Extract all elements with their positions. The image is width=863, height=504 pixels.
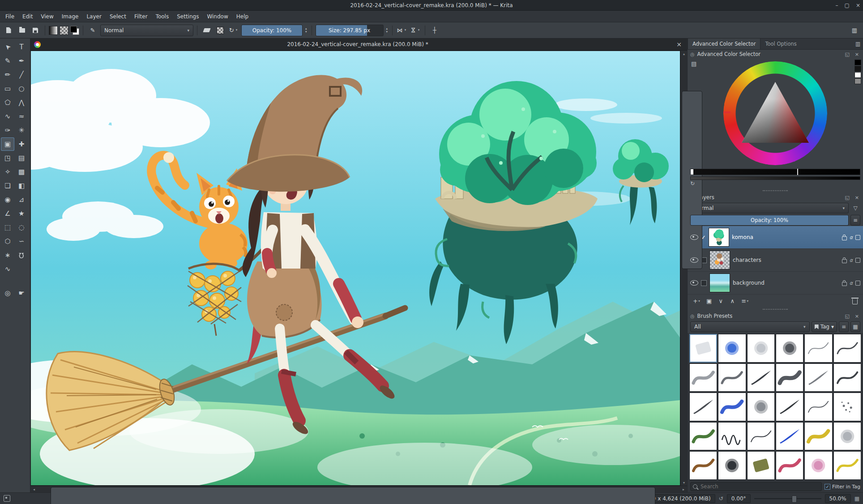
horizontal-scrollbar[interactable]: ◂ ▸: [30, 486, 687, 492]
menu-help[interactable]: Help: [233, 12, 252, 21]
zoom-slider[interactable]: [754, 495, 821, 502]
vertical-scroll-track[interactable]: [681, 57, 687, 479]
zoom-level-value[interactable]: 50.0%: [825, 494, 851, 503]
pattern-edit-tool[interactable]: ▩: [15, 165, 28, 179]
layer-options-icon[interactable]: ≡: [850, 215, 860, 226]
add-layer-button[interactable]: +▾: [690, 296, 703, 306]
close-docker-icon[interactable]: ×: [854, 195, 860, 201]
visibility-eye-icon[interactable]: [690, 257, 698, 263]
opacity-spinner[interactable]: ▴▾: [304, 27, 308, 34]
close-docker-icon[interactable]: ×: [854, 313, 860, 319]
layer-style-icon[interactable]: [855, 235, 860, 240]
layer-opacity-slider[interactable]: Opacity: 100%: [690, 215, 849, 226]
gradient-chooser[interactable]: [49, 26, 58, 35]
brush-preset-10[interactable]: [804, 363, 832, 392]
choose-workspace-button[interactable]: ▥: [849, 25, 860, 36]
brush-preset-29[interactable]: [833, 451, 861, 480]
layer-properties-button[interactable]: ≡▾: [739, 296, 751, 306]
visibility-eye-icon[interactable]: [690, 280, 698, 286]
horizontal-scroll-thumb[interactable]: [51, 487, 655, 504]
menu-image[interactable]: Image: [58, 12, 82, 21]
brush-preset-13[interactable]: [718, 393, 746, 421]
brush-preset-15[interactable]: [776, 393, 803, 421]
close-docker-icon[interactable]: ×: [854, 51, 860, 57]
tag-button[interactable]: Tag ▾: [812, 321, 837, 332]
brush-preset-26[interactable]: [747, 451, 775, 480]
line-tool[interactable]: ╱: [15, 68, 28, 81]
move-layer-up-button[interactable]: ∧: [727, 296, 738, 306]
brush-preset-18[interactable]: [689, 422, 717, 451]
alpha-lock-icon[interactable]: α: [850, 235, 853, 240]
crop-tool[interactable]: ◳: [1, 151, 14, 165]
freehand-path-tool[interactable]: ≈: [15, 110, 28, 123]
brush-preset-22[interactable]: [804, 422, 832, 451]
bezier-select-tool[interactable]: ∿: [1, 262, 14, 276]
scroll-up-icon[interactable]: ▴: [681, 51, 687, 57]
menu-window[interactable]: Window: [203, 12, 231, 21]
text-tool[interactable]: T: [15, 40, 28, 54]
docker-splitter[interactable]: [688, 188, 863, 193]
docker-splitter[interactable]: [688, 307, 863, 312]
menu-view[interactable]: View: [37, 12, 57, 21]
float-docker-icon[interactable]: ◱: [843, 51, 850, 57]
menu-filter[interactable]: Filter: [131, 12, 151, 21]
filter-in-tag-toggle[interactable]: ✓ Filter in Tag: [825, 484, 860, 490]
pan-tool[interactable]: ☛: [15, 286, 28, 300]
open-document-button[interactable]: [16, 25, 28, 36]
brush-preset-19[interactable]: [718, 422, 746, 451]
brush-preset-16[interactable]: [804, 393, 832, 421]
duplicate-layer-button[interactable]: ▣: [704, 296, 714, 306]
brush-preset-14[interactable]: [747, 393, 775, 421]
checkbox-checked-icon[interactable]: ✓: [825, 484, 830, 490]
scroll-left-icon[interactable]: ◂: [30, 487, 38, 491]
brush-preset-23[interactable]: [833, 422, 861, 451]
refresh-colors-icon[interactable]: ↻: [690, 180, 695, 187]
mirror-horizontal-button[interactable]: ⋈▾: [396, 25, 408, 36]
trim-to-image-button[interactable]: ┼: [429, 25, 440, 36]
ellipse-select-tool[interactable]: ◌: [15, 221, 28, 234]
rotation-angle-value[interactable]: 0.00°: [727, 494, 751, 503]
lock-icon[interactable]: [842, 259, 847, 263]
lightness-slider[interactable]: [690, 169, 860, 175]
selection-display-icon[interactable]: [4, 495, 10, 502]
document-close-icon[interactable]: ×: [675, 41, 684, 48]
brush-preset-4[interactable]: [804, 334, 832, 363]
visibility-eye-icon[interactable]: [690, 235, 698, 240]
brush-preset-3[interactable]: [776, 334, 803, 363]
calligraphy-tool[interactable]: ✒: [15, 54, 28, 68]
secondary-slider[interactable]: [690, 176, 860, 180]
preserve-alpha-button[interactable]: [214, 25, 226, 36]
similar-select-tool[interactable]: ∗: [1, 248, 14, 262]
tab-advanced-color-selector[interactable]: Advanced Color Selector: [688, 38, 760, 49]
close-icon[interactable]: ×: [856, 2, 860, 9]
brush-preset-11[interactable]: [833, 363, 861, 392]
acs-settings-icon[interactable]: ▤: [691, 60, 696, 67]
new-document-button[interactable]: [3, 25, 14, 36]
foreground-color[interactable]: [70, 26, 77, 33]
alpha-lock-icon[interactable]: α: [850, 280, 853, 286]
color-sampler-tool[interactable]: ✧: [1, 165, 14, 179]
history-color-0[interactable]: [854, 60, 861, 65]
brush-preset-2[interactable]: [747, 334, 775, 363]
reload-preset-button[interactable]: ↻▾: [228, 25, 239, 36]
blend-mode-combo[interactable]: Normal ▾: [100, 25, 193, 36]
fill-tool[interactable]: ◧: [15, 179, 28, 192]
pattern-chooser[interactable]: [60, 26, 68, 35]
layer-row-background[interactable]: backgroundα: [688, 272, 863, 295]
delete-layer-button[interactable]: [850, 296, 860, 306]
gradient-tool[interactable]: ▤: [15, 151, 28, 165]
brush-preset-20[interactable]: [747, 422, 775, 451]
eraser-mode-button[interactable]: [201, 25, 213, 36]
lock-icon[interactable]: [842, 282, 847, 286]
freehand-brush-tool[interactable]: ✏: [1, 68, 14, 81]
menu-layer[interactable]: Layer: [83, 12, 105, 21]
rectangle-tool[interactable]: ▭: [1, 82, 14, 95]
vertical-scrollbar[interactable]: ▴ ▾: [680, 51, 687, 486]
search-input[interactable]: [690, 482, 822, 491]
smart-patch-tool[interactable]: ❏: [1, 179, 14, 192]
brush-preset-25[interactable]: [718, 451, 746, 480]
view-grid-icon[interactable]: ▦: [850, 321, 860, 332]
layer-row-characters[interactable]: charactersα: [688, 249, 863, 272]
brush-preset-12[interactable]: [689, 393, 717, 421]
history-color-1[interactable]: [854, 66, 861, 72]
